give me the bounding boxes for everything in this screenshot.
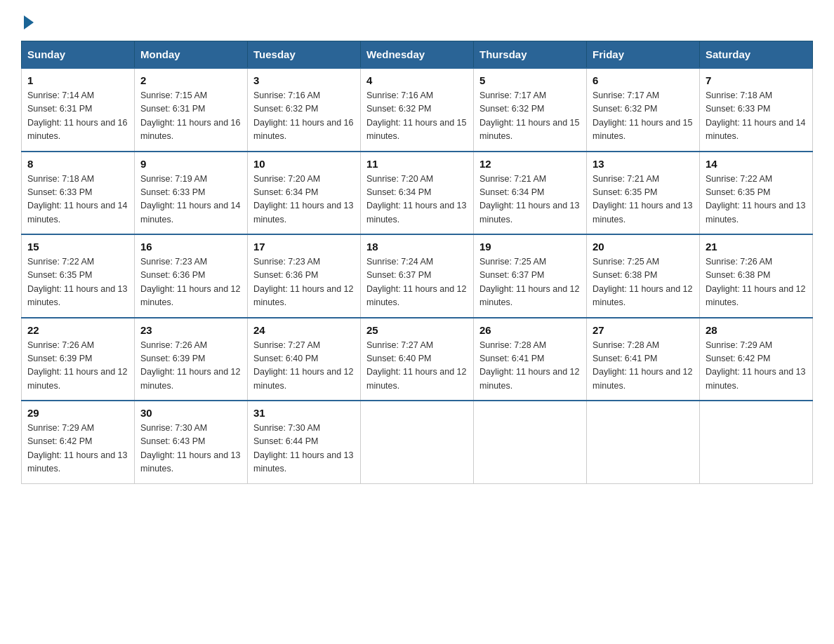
day-info: Sunrise: 7:29 AM Sunset: 6:42 PM Dayligh… [706, 339, 807, 394]
day-number: 17 [253, 241, 355, 253]
day-info: Sunrise: 7:21 AM Sunset: 6:35 PM Dayligh… [593, 173, 694, 227]
calendar-cell: 22 Sunrise: 7:26 AM Sunset: 6:39 PM Dayl… [22, 318, 135, 401]
day-number: 22 [27, 324, 128, 336]
day-number: 16 [140, 241, 241, 253]
calendar-cell [361, 401, 474, 483]
calendar-cell: 5 Sunrise: 7:17 AM Sunset: 6:32 PM Dayli… [474, 68, 587, 152]
calendar-header-friday: Friday [587, 41, 700, 69]
calendar-header-row: SundayMondayTuesdayWednesdayThursdayFrid… [22, 41, 813, 69]
day-number: 18 [366, 241, 468, 253]
day-number: 8 [27, 158, 128, 170]
calendar-cell: 12 Sunrise: 7:21 AM Sunset: 6:34 PM Dayl… [474, 152, 587, 235]
day-number: 19 [479, 241, 581, 253]
day-number: 10 [253, 158, 355, 170]
calendar-header-monday: Monday [135, 41, 248, 69]
calendar-week-row: 8 Sunrise: 7:18 AM Sunset: 6:33 PM Dayli… [22, 152, 813, 235]
day-number: 31 [253, 407, 355, 419]
day-info: Sunrise: 7:17 AM Sunset: 6:32 PM Dayligh… [479, 89, 581, 144]
day-info: Sunrise: 7:25 AM Sunset: 6:37 PM Dayligh… [479, 255, 581, 310]
day-info: Sunrise: 7:20 AM Sunset: 6:34 PM Dayligh… [253, 173, 355, 227]
calendar-header-sunday: Sunday [22, 41, 135, 69]
calendar-week-row: 29 Sunrise: 7:29 AM Sunset: 6:42 PM Dayl… [22, 401, 813, 483]
day-number: 21 [706, 241, 807, 253]
day-info: Sunrise: 7:26 AM Sunset: 6:39 PM Dayligh… [27, 339, 128, 394]
day-number: 26 [479, 324, 581, 336]
day-number: 3 [253, 74, 355, 86]
day-number: 15 [27, 241, 128, 253]
day-info: Sunrise: 7:29 AM Sunset: 6:42 PM Dayligh… [27, 422, 128, 476]
day-info: Sunrise: 7:30 AM Sunset: 6:43 PM Dayligh… [140, 422, 241, 476]
day-number: 24 [253, 324, 355, 336]
calendar-table: SundayMondayTuesdayWednesdayThursdayFrid… [21, 41, 813, 484]
day-info: Sunrise: 7:28 AM Sunset: 6:41 PM Dayligh… [479, 339, 581, 394]
calendar-cell: 19 Sunrise: 7:25 AM Sunset: 6:37 PM Dayl… [474, 234, 587, 318]
day-info: Sunrise: 7:20 AM Sunset: 6:34 PM Dayligh… [366, 173, 468, 227]
calendar-cell: 7 Sunrise: 7:18 AM Sunset: 6:33 PM Dayli… [700, 68, 813, 152]
day-number: 2 [140, 74, 241, 86]
calendar-header-saturday: Saturday [700, 41, 813, 69]
day-number: 11 [366, 158, 468, 170]
day-number: 9 [140, 158, 241, 170]
calendar-cell: 13 Sunrise: 7:21 AM Sunset: 6:35 PM Dayl… [587, 152, 700, 235]
day-info: Sunrise: 7:17 AM Sunset: 6:32 PM Dayligh… [593, 89, 694, 144]
calendar-cell: 28 Sunrise: 7:29 AM Sunset: 6:42 PM Dayl… [700, 318, 813, 401]
calendar-cell: 26 Sunrise: 7:28 AM Sunset: 6:41 PM Dayl… [474, 318, 587, 401]
calendar-cell: 29 Sunrise: 7:29 AM Sunset: 6:42 PM Dayl… [22, 401, 135, 483]
calendar-cell: 24 Sunrise: 7:27 AM Sunset: 6:40 PM Dayl… [248, 318, 361, 401]
day-info: Sunrise: 7:26 AM Sunset: 6:38 PM Dayligh… [706, 255, 807, 310]
day-info: Sunrise: 7:23 AM Sunset: 6:36 PM Dayligh… [140, 255, 241, 310]
day-number: 28 [706, 324, 807, 336]
calendar-cell: 14 Sunrise: 7:22 AM Sunset: 6:35 PM Dayl… [700, 152, 813, 235]
day-number: 12 [479, 158, 581, 170]
calendar-cell: 27 Sunrise: 7:28 AM Sunset: 6:41 PM Dayl… [587, 318, 700, 401]
calendar-cell: 15 Sunrise: 7:22 AM Sunset: 6:35 PM Dayl… [22, 234, 135, 318]
day-number: 7 [706, 74, 807, 86]
calendar-cell: 17 Sunrise: 7:23 AM Sunset: 6:36 PM Dayl… [248, 234, 361, 318]
day-number: 27 [593, 324, 694, 336]
day-info: Sunrise: 7:18 AM Sunset: 6:33 PM Dayligh… [27, 173, 128, 227]
calendar-cell: 25 Sunrise: 7:27 AM Sunset: 6:40 PM Dayl… [361, 318, 474, 401]
day-info: Sunrise: 7:16 AM Sunset: 6:32 PM Dayligh… [253, 89, 355, 144]
day-number: 20 [593, 241, 694, 253]
day-number: 5 [479, 74, 581, 86]
page-header [21, 14, 813, 27]
calendar-cell: 20 Sunrise: 7:25 AM Sunset: 6:38 PM Dayl… [587, 234, 700, 318]
day-info: Sunrise: 7:25 AM Sunset: 6:38 PM Dayligh… [593, 255, 694, 310]
calendar-cell [700, 401, 813, 483]
calendar-cell: 10 Sunrise: 7:20 AM Sunset: 6:34 PM Dayl… [248, 152, 361, 235]
day-info: Sunrise: 7:21 AM Sunset: 6:34 PM Dayligh… [479, 173, 581, 227]
calendar-cell: 16 Sunrise: 7:23 AM Sunset: 6:36 PM Dayl… [135, 234, 248, 318]
day-info: Sunrise: 7:24 AM Sunset: 6:37 PM Dayligh… [366, 255, 468, 310]
calendar-cell [587, 401, 700, 483]
day-info: Sunrise: 7:28 AM Sunset: 6:41 PM Dayligh… [593, 339, 694, 394]
day-info: Sunrise: 7:22 AM Sunset: 6:35 PM Dayligh… [706, 173, 807, 227]
day-info: Sunrise: 7:19 AM Sunset: 6:33 PM Dayligh… [140, 173, 241, 227]
calendar-cell: 18 Sunrise: 7:24 AM Sunset: 6:37 PM Dayl… [361, 234, 474, 318]
day-number: 29 [27, 407, 128, 419]
day-number: 25 [366, 324, 468, 336]
day-number: 23 [140, 324, 241, 336]
day-info: Sunrise: 7:15 AM Sunset: 6:31 PM Dayligh… [140, 89, 241, 144]
calendar-cell: 21 Sunrise: 7:26 AM Sunset: 6:38 PM Dayl… [700, 234, 813, 318]
calendar-week-row: 1 Sunrise: 7:14 AM Sunset: 6:31 PM Dayli… [22, 68, 813, 152]
day-info: Sunrise: 7:30 AM Sunset: 6:44 PM Dayligh… [253, 422, 355, 476]
calendar-cell: 1 Sunrise: 7:14 AM Sunset: 6:31 PM Dayli… [22, 68, 135, 152]
calendar-cell: 31 Sunrise: 7:30 AM Sunset: 6:44 PM Dayl… [248, 401, 361, 483]
day-number: 13 [593, 158, 694, 170]
calendar-header-tuesday: Tuesday [248, 41, 361, 69]
calendar-cell: 6 Sunrise: 7:17 AM Sunset: 6:32 PM Dayli… [587, 68, 700, 152]
calendar-cell: 3 Sunrise: 7:16 AM Sunset: 6:32 PM Dayli… [248, 68, 361, 152]
day-info: Sunrise: 7:14 AM Sunset: 6:31 PM Dayligh… [27, 89, 128, 144]
calendar-cell: 4 Sunrise: 7:16 AM Sunset: 6:32 PM Dayli… [361, 68, 474, 152]
calendar-cell: 8 Sunrise: 7:18 AM Sunset: 6:33 PM Dayli… [22, 152, 135, 235]
day-info: Sunrise: 7:27 AM Sunset: 6:40 PM Dayligh… [366, 339, 468, 394]
calendar-header-wednesday: Wednesday [361, 41, 474, 69]
calendar-cell: 9 Sunrise: 7:19 AM Sunset: 6:33 PM Dayli… [135, 152, 248, 235]
day-info: Sunrise: 7:22 AM Sunset: 6:35 PM Dayligh… [27, 255, 128, 310]
logo [21, 14, 34, 27]
day-number: 6 [593, 74, 694, 86]
calendar-cell: 30 Sunrise: 7:30 AM Sunset: 6:43 PM Dayl… [135, 401, 248, 483]
calendar-cell: 2 Sunrise: 7:15 AM Sunset: 6:31 PM Dayli… [135, 68, 248, 152]
calendar-header-thursday: Thursday [474, 41, 587, 69]
logo-arrow-icon [24, 15, 34, 29]
